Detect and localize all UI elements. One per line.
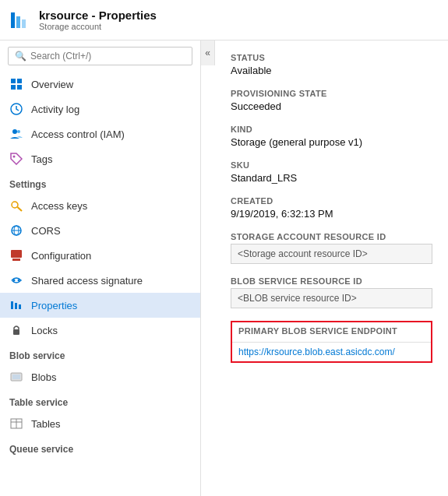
tables-icon	[9, 417, 23, 431]
sidebar-item-properties[interactable]: Properties	[0, 293, 200, 318]
overview-icon	[9, 77, 23, 91]
properties-icon	[9, 298, 23, 312]
sidebar-item-blobs[interactable]: Blobs	[0, 364, 200, 389]
sku-block: SKU Standard_LRS	[231, 160, 432, 184]
iam-icon	[9, 127, 23, 141]
settings-section-label: Settings	[0, 171, 200, 193]
sidebar-item-cors[interactable]: CORS	[0, 218, 200, 243]
sidebar: 🔍 Overview Activity log Access control (…	[0, 40, 201, 496]
configuration-icon	[9, 248, 23, 262]
endpoint-label-row: PRIMARY BLOB SERVICE ENDPOINT	[232, 322, 431, 342]
blob-resource-id-label: BLOB SERVICE RESOURCE ID	[231, 276, 432, 286]
sidebar-label-configuration: Configuration	[31, 250, 91, 262]
svg-rect-1	[16, 16, 20, 28]
blobs-icon	[9, 370, 23, 384]
page-header: krsource - Properties Storage account	[0, 0, 448, 40]
sidebar-label-properties: Properties	[31, 300, 77, 311]
endpoint-section: PRIMARY BLOB SERVICE ENDPOINT https://kr…	[231, 321, 432, 363]
created-value: 9/19/2019, 6:32:13 PM	[231, 208, 432, 220]
kind-label: KIND	[231, 125, 432, 134]
search-input[interactable]	[30, 51, 185, 62]
svg-line-12	[18, 207, 23, 211]
svg-point-9	[17, 130, 20, 133]
header-text: krsource - Properties Storage account	[39, 9, 157, 31]
svg-rect-21	[15, 303, 17, 309]
endpoint-value[interactable]: https://krsource.blob.east.asicdc.com/	[238, 346, 425, 357]
svg-rect-5	[11, 85, 16, 90]
shared-access-icon	[9, 273, 23, 287]
sidebar-label-shared-access: Shared access signature	[31, 275, 143, 287]
resource-icon	[9, 9, 31, 31]
sidebar-item-tables[interactable]: Tables	[0, 411, 200, 436]
svg-point-10	[13, 156, 16, 158]
svg-point-11	[12, 202, 18, 208]
sidebar-item-iam[interactable]: Access control (IAM)	[0, 121, 200, 146]
status-block: STATUS Available	[231, 53, 432, 76]
sidebar-label-activity-log: Activity log	[31, 104, 79, 115]
svg-rect-20	[11, 301, 13, 309]
locks-icon	[9, 323, 23, 337]
tags-icon	[9, 152, 23, 166]
svg-rect-22	[19, 304, 21, 309]
status-value: Available	[231, 65, 432, 76]
sidebar-item-tags[interactable]: Tags	[0, 146, 200, 171]
sidebar-label-blobs: Blobs	[31, 371, 57, 383]
table-service-section-label: Table service	[0, 389, 200, 411]
svg-point-8	[12, 129, 17, 134]
sidebar-item-shared-access[interactable]: Shared access signature	[0, 268, 200, 293]
sidebar-label-tags: Tags	[31, 153, 52, 165]
svg-point-19	[18, 280, 20, 282]
svg-rect-23	[13, 329, 19, 335]
sidebar-label-tables: Tables	[31, 418, 61, 430]
svg-rect-3	[11, 79, 16, 83]
svg-rect-17	[12, 259, 20, 261]
sidebar-label-access-keys: Access keys	[31, 200, 87, 212]
sidebar-item-overview[interactable]: Overview	[0, 72, 200, 97]
svg-rect-0	[11, 12, 15, 28]
endpoint-label: PRIMARY BLOB SERVICE ENDPOINT	[238, 326, 425, 336]
provisioning-value: Succeeded	[231, 100, 432, 112]
svg-rect-25	[12, 375, 20, 379]
sidebar-label-overview: Overview	[31, 79, 73, 90]
svg-rect-4	[17, 79, 22, 83]
svg-point-18	[13, 280, 16, 282]
kind-block: KIND Storage (general purpose v1)	[231, 125, 432, 148]
kind-value: Storage (general purpose v1)	[231, 136, 432, 148]
created-label: CREATED	[231, 196, 432, 206]
queue-service-section-label: Queue service	[0, 436, 200, 458]
sidebar-item-configuration[interactable]: Configuration	[0, 243, 200, 268]
sidebar-label-cors: CORS	[31, 225, 61, 237]
page-title: krsource - Properties	[39, 9, 157, 22]
svg-rect-2	[22, 19, 26, 28]
storage-resource-id-value[interactable]: <Storage account resource ID>	[231, 244, 432, 264]
sidebar-item-activity-log[interactable]: Activity log	[0, 97, 200, 121]
storage-resource-id-block: STORAGE ACCOUNT RESOURCE ID <Storage acc…	[231, 232, 432, 264]
cors-icon	[9, 223, 23, 237]
status-label: STATUS	[231, 53, 432, 62]
sidebar-collapse-button[interactable]: «	[201, 40, 215, 65]
storage-resource-id-label: STORAGE ACCOUNT RESOURCE ID	[231, 232, 432, 241]
sidebar-label-iam: Access control (IAM)	[31, 128, 125, 140]
sku-value: Standard_LRS	[231, 172, 432, 184]
blob-resource-id-value[interactable]: <BLOB service resource ID>	[231, 288, 432, 308]
provisioning-block: PROVISIONING STATE Succeeded	[231, 89, 432, 112]
sidebar-item-locks[interactable]: Locks	[0, 318, 200, 343]
access-keys-icon	[9, 199, 23, 213]
endpoint-block: PRIMARY BLOB SERVICE ENDPOINT https://kr…	[231, 321, 432, 363]
search-box[interactable]: 🔍	[8, 47, 192, 65]
sku-label: SKU	[231, 160, 432, 170]
sidebar-label-locks: Locks	[31, 325, 58, 336]
blob-resource-id-block: BLOB SERVICE RESOURCE ID <BLOB service r…	[231, 276, 432, 308]
provisioning-label: PROVISIONING STATE	[231, 89, 432, 98]
created-block: CREATED 9/19/2019, 6:32:13 PM	[231, 196, 432, 220]
svg-rect-6	[17, 85, 22, 90]
properties-content: STATUS Available PROVISIONING STATE Succ…	[215, 40, 448, 496]
endpoint-value-row: https://krsource.blob.east.asicdc.com/	[232, 342, 431, 361]
blob-service-section-label: Blob service	[0, 343, 200, 364]
activity-log-icon	[9, 102, 23, 116]
search-icon: 🔍	[15, 51, 26, 62]
svg-rect-16	[11, 250, 22, 258]
page-subtitle: Storage account	[39, 22, 157, 31]
sidebar-item-access-keys[interactable]: Access keys	[0, 193, 200, 218]
